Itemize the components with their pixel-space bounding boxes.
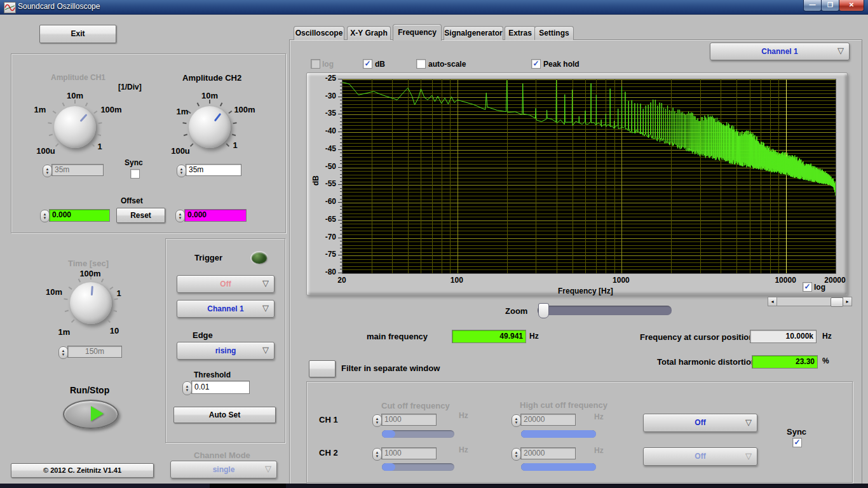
knob-label: 100m — [234, 105, 255, 114]
chevron-down-icon: ▽ — [745, 447, 752, 464]
knob-tick — [71, 319, 75, 323]
tab-oscilloscope[interactable]: Oscilloscope — [294, 26, 344, 40]
knob-tick — [78, 278, 81, 282]
offset-ch1-spinner[interactable]: ▲▼ — [40, 210, 50, 222]
ch1-high-slider[interactable] — [521, 430, 596, 438]
y-tick-label: -45 — [308, 144, 336, 153]
per-div-label: [1/Div] — [118, 83, 142, 92]
ch1-high-spinner: ▲▼ — [512, 414, 521, 427]
filter-window-button[interactable] — [309, 360, 336, 377]
ch1-low-slider[interactable] — [382, 430, 454, 438]
peakhold-checkbox[interactable]: ✓ — [531, 59, 541, 69]
scroll-right-arrow-icon[interactable]: ▸ — [843, 297, 851, 306]
amplitude-sync-checkbox[interactable] — [130, 169, 140, 179]
chevron-down-icon: ▽ — [262, 342, 269, 358]
app-window: Soundcard Oszilloscope — ❐ ✕ Exit Amplit… — [0, 0, 868, 488]
scrollbar-thumb[interactable] — [831, 297, 843, 307]
knob-label: 100u — [36, 146, 55, 156]
tab-extras[interactable]: Extras — [505, 26, 536, 40]
chevron-down-icon: ▽ — [262, 275, 269, 292]
offset-ch1-value[interactable]: 0.000 — [49, 209, 110, 222]
y-tick-label: -50 — [308, 162, 336, 171]
amplitude-ch2-spinner[interactable]: ▲▼ — [177, 165, 186, 177]
ch2-low-unit: Hz — [459, 445, 468, 454]
runstop-button[interactable] — [63, 400, 119, 429]
filter-sync-checkbox[interactable]: ✓ — [792, 438, 802, 447]
db-checkbox[interactable]: ✓ — [363, 59, 372, 69]
knob-label: 1 — [233, 140, 237, 150]
threshold-value[interactable]: 0.01 — [191, 381, 250, 394]
ch2-low-spinner: ▲▼ — [372, 448, 382, 461]
y-tick-label: -35 — [308, 109, 336, 118]
log-x-label: log — [814, 283, 825, 292]
y-tick-label: -80 — [308, 268, 336, 276]
threshold-spinner[interactable]: ▲▼ — [182, 381, 192, 395]
close-button[interactable]: ✕ — [839, 0, 864, 11]
threshold-label: Threshold — [194, 370, 231, 379]
amplitude-ch2-knob[interactable] — [189, 106, 231, 148]
window-title: Soundcard Oszilloscope — [18, 2, 100, 11]
minimize-button[interactable]: — — [803, 0, 822, 11]
title-bar[interactable]: Soundcard Oszilloscope — ❐ ✕ — [0, 0, 868, 15]
log-x-checkbox[interactable]: ✓ — [803, 282, 812, 292]
knob-tick — [55, 143, 59, 147]
knob-label: 1m — [177, 107, 189, 116]
knob-tick — [85, 102, 88, 106]
knob-label: 10m — [201, 91, 218, 100]
zoom-slider-track[interactable] — [538, 306, 672, 315]
y-tick-label: -25 — [308, 74, 336, 83]
knob-tick — [197, 102, 200, 106]
scroll-left-arrow-icon[interactable]: ◂ — [768, 297, 777, 306]
offset-reset-button[interactable]: Reset — [116, 208, 165, 223]
knob-tick — [49, 133, 53, 136]
knob-tick — [101, 278, 104, 282]
autoset-button[interactable]: Auto Set — [173, 407, 276, 423]
exit-button[interactable]: Exit — [39, 25, 116, 43]
spectrum-channel-dropdown[interactable]: Channel 1▽ — [710, 43, 850, 60]
tab-settings[interactable]: Settings — [534, 26, 574, 40]
copyright-button[interactable]: © 2012 C. Zeitnitz V1.41 — [11, 463, 154, 478]
low-cutoff-title: Cut off frequency — [381, 401, 450, 410]
chevron-down-icon: ▽ — [837, 43, 844, 59]
knob-tick — [98, 122, 102, 124]
offset-ch2-spinner[interactable]: ▲▼ — [175, 210, 185, 222]
amplitude-ch1-knob[interactable] — [54, 106, 96, 148]
plot-h-scrollbar[interactable]: ◂ ▸ — [768, 297, 852, 306]
tab-x-y-graph[interactable]: X-Y Graph — [347, 26, 391, 40]
knob-tick — [220, 102, 223, 106]
knob-label: 1m — [58, 327, 71, 337]
trigger-edge-value: rising — [215, 346, 236, 355]
cursor-frequency-unit: Hz — [822, 332, 832, 341]
main-frequency-label: main frequency — [367, 332, 428, 341]
high-cutoff-title: High cut off frequency — [520, 400, 607, 410]
tab-frequency[interactable]: Frequency — [393, 24, 442, 41]
knob-label: 100u — [171, 146, 190, 156]
ch1-high-unit: Hz — [594, 412, 604, 421]
ch2-low-slider[interactable] — [382, 463, 454, 471]
ch2-high-slider[interactable] — [521, 463, 596, 471]
filter-ch1-label: CH 1 — [319, 415, 338, 424]
trigger-mode-dropdown: Off▽ — [177, 275, 275, 293]
y-tick-label: -60 — [308, 197, 336, 206]
knob-tick — [91, 143, 95, 147]
amplitude-ch2-value[interactable]: 35m — [186, 164, 241, 176]
amplitude-sync-label: Sync — [125, 158, 143, 167]
knob-tick — [93, 111, 97, 114]
offset-ch2-value[interactable]: 0.000 — [184, 209, 247, 222]
time-knob-group: 100m 10m 1 1m 10 — [48, 270, 137, 340]
time-spinner: ▲▼ — [58, 346, 68, 359]
spectrum-plot[interactable] — [342, 79, 836, 274]
filter-ch2-label: CH 2 — [319, 448, 338, 458]
autoscale-checkbox[interactable] — [416, 59, 426, 69]
ch2-low-value: 1000 — [381, 447, 437, 459]
trigger-edge-dropdown[interactable]: rising▽ — [177, 342, 275, 360]
runstop-label: Run/Stop — [70, 385, 109, 395]
ch1-filter-mode-dropdown[interactable]: Off▽ — [643, 414, 757, 432]
knob-label: 1 — [97, 142, 102, 151]
y-tick-label: -40 — [308, 126, 336, 135]
trigger-source-dropdown[interactable]: Channel 1▽ — [177, 300, 275, 318]
maximize-button[interactable]: ❐ — [821, 0, 839, 11]
tab-signalgenerator[interactable]: Signalgenerator — [444, 26, 503, 40]
time-knob[interactable] — [70, 282, 112, 324]
zoom-slider-thumb[interactable] — [538, 303, 549, 318]
